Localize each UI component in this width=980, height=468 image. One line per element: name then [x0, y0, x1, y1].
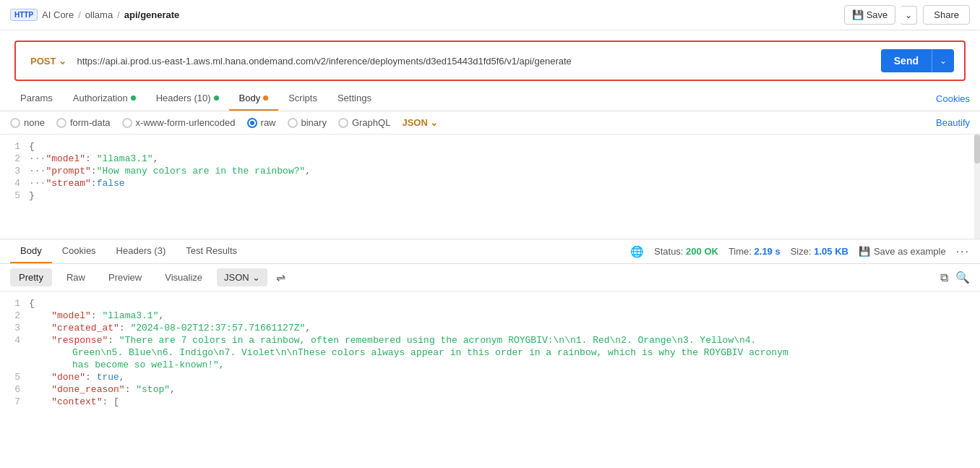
req-line-4: 4 ···"stream":false	[0, 177, 980, 190]
resp-raw-button[interactable]: Raw	[58, 268, 94, 286]
headers-dot	[214, 95, 219, 101]
time-label: Time:	[728, 246, 755, 257]
send-group: Send ⌄	[881, 49, 954, 72]
tab-body-label: Body	[239, 93, 261, 103]
option-raw[interactable]: raw	[247, 117, 276, 128]
save-icon: 💾	[852, 9, 864, 20]
resp-line-4: 4 "response": "There are 7 colors in a r…	[0, 334, 980, 346]
resp-tab-body[interactable]: Body	[10, 239, 52, 263]
tab-headers-label: Headers (10)	[156, 93, 211, 103]
more-options-button[interactable]: ···	[956, 245, 970, 258]
top-actions: 💾 Save ⌄ Share	[844, 5, 970, 25]
url-input[interactable]	[77, 56, 874, 67]
method-chevron-icon: ⌄	[59, 56, 66, 67]
req-line-1: 1 {	[0, 140, 980, 153]
radio-raw	[247, 118, 257, 128]
resp-visualize-button[interactable]: Visualize	[156, 268, 211, 286]
radio-binary	[288, 118, 298, 128]
resp-options: Pretty Raw Preview Visualize JSON ⌄ ⇌ ⧉ …	[0, 264, 980, 292]
save-example-icon: 💾	[859, 246, 870, 257]
top-bar: HTTP AI Core / ollama / api/generate 💾 S…	[0, 0, 980, 30]
request-scrollbar-thumb	[974, 135, 980, 163]
method-select[interactable]: POST ⌄	[26, 53, 71, 69]
save-dropdown-button[interactable]: ⌄	[901, 6, 917, 25]
response-tabs-row: Body Cookies Headers (3) Test Results 🌐 …	[0, 239, 980, 264]
size-value: 1.05 KB	[814, 246, 848, 257]
size-label: Size:	[791, 246, 814, 257]
tab-settings[interactable]: Settings	[327, 87, 382, 111]
resp-line-1: 1 {	[0, 297, 980, 310]
save-as-example-button[interactable]: 💾 Save as example	[859, 246, 946, 257]
copy-button[interactable]: ⧉	[940, 271, 948, 284]
save-example-label: Save as example	[874, 246, 946, 257]
tab-body[interactable]: Body	[229, 87, 279, 111]
option-form-data[interactable]: form-data	[56, 117, 111, 128]
resp-right-icons: ⧉ 🔍	[940, 271, 970, 284]
resp-tab-test-results[interactable]: Test Results	[176, 239, 247, 263]
body-options: none form-data x-www-form-urlencoded raw…	[0, 111, 980, 135]
save-label: Save	[867, 9, 888, 20]
resp-preview-button[interactable]: Preview	[100, 268, 150, 286]
response-meta: 🌐 Status: 200 OK Time: 2.19 s Size: 1.05…	[630, 245, 970, 258]
option-graphql[interactable]: GraphQL	[338, 117, 390, 128]
response-code-area[interactable]: 1 { 2 "model": "llama3.1", 3 "created_at…	[0, 292, 980, 451]
save-button[interactable]: 💾 Save	[844, 5, 896, 25]
send-button[interactable]: Send	[881, 49, 932, 72]
body-dot	[263, 95, 268, 101]
json-chevron-icon: ⌄	[430, 117, 438, 128]
breadcrumb: HTTP AI Core / ollama / api/generate	[10, 9, 179, 21]
resp-line-3: 3 "created_at": "2024-08-02T12:37:57.716…	[0, 322, 980, 334]
option-none[interactable]: none	[10, 117, 45, 128]
tab-scripts[interactable]: Scripts	[278, 87, 327, 111]
json-dropdown[interactable]: JSON ⌄	[402, 117, 437, 128]
req-line-3: 3 ···"prompt":"How many colors are in th…	[0, 165, 980, 177]
radio-form-data	[56, 118, 66, 128]
resp-tab-headers[interactable]: Headers (3)	[106, 239, 176, 263]
req-line-5: 5 }	[0, 190, 980, 202]
request-scrollbar[interactable]	[974, 135, 980, 239]
http-badge: HTTP	[10, 9, 38, 21]
option-binary[interactable]: binary	[288, 117, 327, 128]
url-bar-wrapper: POST ⌄ Send ⌄	[0, 30, 980, 81]
resp-line-2: 2 "model": "llama3.1",	[0, 310, 980, 322]
tab-scripts-label: Scripts	[288, 93, 317, 103]
resp-pretty-button[interactable]: Pretty	[10, 268, 52, 286]
json-label: JSON	[402, 117, 427, 128]
method-label: POST	[30, 56, 56, 67]
req-line-2: 2 ···"model": "llama3.1",	[0, 153, 980, 165]
send-dropdown-button[interactable]: ⌄	[932, 49, 954, 72]
breadcrumb-aicore[interactable]: AI Core	[42, 9, 74, 20]
resp-line-4c: has become so well-known!",	[0, 359, 980, 371]
request-tabs-row: Params Authorization Headers (10) Body S…	[0, 87, 980, 111]
tab-authorization-label: Authorization	[73, 93, 128, 103]
globe-icon: 🌐	[630, 245, 644, 258]
resp-line-7: 7 "context": [	[0, 396, 980, 408]
resp-line-6: 6 "done_reason": "stop",	[0, 383, 980, 396]
status-label: Status:	[654, 246, 686, 257]
radio-graphql	[338, 118, 348, 128]
tab-params[interactable]: Params	[10, 87, 63, 111]
resp-json-chevron-icon: ⌄	[252, 272, 260, 283]
resp-tab-cookies[interactable]: Cookies	[52, 239, 106, 263]
request-code-area[interactable]: 1 { 2 ···"model": "llama3.1", 3 ···"prom…	[0, 135, 980, 239]
time-value: 2.19 s	[755, 246, 781, 257]
radio-urlencoded	[122, 118, 132, 128]
url-bar-section: POST ⌄ Send ⌄	[14, 41, 966, 81]
option-urlencoded[interactable]: x-www-form-urlencoded	[122, 117, 236, 128]
tab-settings-label: Settings	[338, 93, 371, 103]
cookies-link[interactable]: Cookies	[936, 93, 970, 104]
sep2: /	[117, 9, 120, 20]
resp-json-dropdown[interactable]: JSON ⌄	[217, 268, 267, 286]
beautify-button[interactable]: Beautify	[936, 117, 970, 128]
breadcrumb-ollama[interactable]: ollama	[85, 9, 113, 20]
tab-authorization[interactable]: Authorization	[63, 87, 146, 111]
breadcrumb-endpoint: api/generate	[124, 9, 180, 20]
share-button[interactable]: Share	[923, 5, 970, 25]
filter-icon[interactable]: ⇌	[276, 271, 285, 284]
tab-params-label: Params	[20, 93, 53, 103]
search-button[interactable]: 🔍	[955, 271, 970, 284]
sep1: /	[78, 9, 81, 20]
resp-json-label: JSON	[224, 272, 249, 283]
resp-line-5: 5 "done": true,	[0, 371, 980, 383]
tab-headers[interactable]: Headers (10)	[146, 87, 229, 111]
